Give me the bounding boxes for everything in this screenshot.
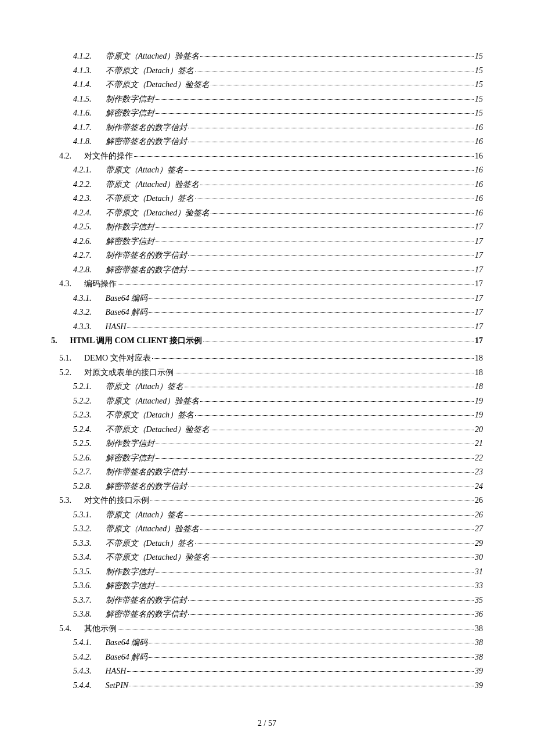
toc-page: 19 xyxy=(475,411,483,419)
toc-entry[interactable]: 5.2.5.制作数字信封21 xyxy=(51,440,483,448)
toc-page: 39 xyxy=(475,667,483,675)
toc-entry[interactable]: 5.3.3.不带原文（Detach）签名29 xyxy=(51,539,483,548)
toc-entry[interactable]: 4.1.4.不带原文（Detached）验签名15 xyxy=(51,81,483,89)
toc-title: 不带原文（Detach）签名 xyxy=(106,195,194,203)
toc-leader-dots xyxy=(156,242,474,242)
toc-title: 带原文（Attached）验签名 xyxy=(106,52,200,60)
toc-entry[interactable]: 4.1.5.制作数字信封15 xyxy=(51,95,483,103)
toc-entry[interactable]: 5.2.3.不带原文（Detach）签名19 xyxy=(51,411,483,419)
page-number: 2 / 57 xyxy=(0,719,534,728)
toc-leader-dots xyxy=(188,472,474,473)
toc-page: 30 xyxy=(475,553,483,561)
toc-number: 4.1.3. xyxy=(73,67,92,75)
toc-page: 15 xyxy=(475,95,483,103)
toc-entry[interactable]: 5.2.1.带原文（Attach）签名18 xyxy=(51,383,483,391)
toc-leader-dots xyxy=(188,270,474,271)
toc-number: 4.2.7. xyxy=(73,251,92,260)
toc-title: 对文件的接口示例 xyxy=(84,496,149,505)
toc-number: 5.3.2. xyxy=(73,525,92,533)
toc-title: 带原文（Attached）验签名 xyxy=(106,181,200,189)
toc-page: 17 xyxy=(475,323,483,331)
toc-entry[interactable]: 5.3.对文件的接口示例26 xyxy=(51,496,483,505)
toc-entry[interactable]: 5.3.1.带原文（Attach）签名26 xyxy=(51,511,483,519)
toc-entry[interactable]: 4.2.2.带原文（Attached）验签名16 xyxy=(51,181,483,189)
toc-entry[interactable]: 5.3.5.制作数字信封31 xyxy=(51,568,483,576)
toc-page: 16 xyxy=(475,181,483,189)
toc-leader-dots xyxy=(211,430,474,430)
toc-entry[interactable]: 5.4.4.SetPIN39 xyxy=(51,682,483,690)
toc-number: 5.2.2. xyxy=(73,397,92,405)
toc-entry[interactable]: 4.2.6.解密数字信封17 xyxy=(51,237,483,246)
toc-entry[interactable]: 5.3.8.解密带签名的数字信封36 xyxy=(51,610,483,618)
toc-page: 36 xyxy=(475,610,483,618)
toc-number: 5.2.4. xyxy=(73,426,92,434)
toc-page: 16 xyxy=(475,209,483,217)
toc-title: HASH xyxy=(106,667,127,675)
toc-entry[interactable]: 4.2.对文件的操作16 xyxy=(51,152,483,160)
toc-leader-dots xyxy=(188,142,474,142)
toc-entry[interactable]: 4.2.1.带原文（Attach）签名16 xyxy=(51,166,483,174)
toc-entry[interactable]: 5.3.4.不带原文（Detached）验签名30 xyxy=(51,553,483,561)
toc-leader-dots xyxy=(195,543,474,544)
toc-entry[interactable]: 5.4.3.HASH39 xyxy=(51,667,483,675)
toc-entry[interactable]: 4.1.6.解密数字信封15 xyxy=(51,109,483,117)
toc-entry[interactable]: 4.2.8.解密带签名的数字信封17 xyxy=(51,266,483,274)
toc-entry[interactable]: 4.1.7.制作带签名的数字信封16 xyxy=(51,124,483,132)
toc-leader-dots xyxy=(188,255,474,256)
toc-page: 35 xyxy=(475,596,483,604)
toc-entry[interactable]: 4.2.3.不带原文（Detach）签名16 xyxy=(51,195,483,203)
toc-page: 18 xyxy=(475,369,483,377)
toc-entry[interactable]: 4.1.3.不带原文（Detach）签名15 xyxy=(51,67,483,75)
toc-entry[interactable]: 5.HTML 调用 COM CLIENT 接口示例17 xyxy=(51,337,483,345)
toc-number: 5.3.6. xyxy=(73,582,92,590)
toc-entry[interactable]: 4.3.1.Base64 编码17 xyxy=(51,294,483,303)
toc-number: 5.3.3. xyxy=(73,539,92,548)
toc-leader-dots xyxy=(149,298,474,299)
toc-leader-dots xyxy=(127,671,474,672)
toc-leader-dots xyxy=(175,373,474,373)
toc-entry[interactable]: 4.2.5.制作数字信封17 xyxy=(51,223,483,231)
toc-leader-dots xyxy=(200,529,474,530)
toc-page: 18 xyxy=(475,383,483,391)
toc-title: DEMO 文件对应表 xyxy=(84,354,151,362)
toc-entry[interactable]: 4.2.4.不带原文（Detached）验签名16 xyxy=(51,209,483,217)
toc-entry[interactable]: 5.2.8.解密带签名的数字信封24 xyxy=(51,483,483,491)
toc-number: 4.3.3. xyxy=(73,323,92,331)
toc-page: 31 xyxy=(475,568,483,576)
toc-entry[interactable]: 4.3.编码操作17 xyxy=(51,280,483,288)
toc-entry[interactable]: 5.3.2.带原文（Attached）验签名27 xyxy=(51,525,483,533)
toc-page: 17 xyxy=(475,337,483,345)
toc-entry[interactable]: 5.1.DEMO 文件对应表18 xyxy=(51,354,483,362)
toc-entry[interactable]: 5.4.2.Base64 解码38 xyxy=(51,653,483,661)
toc-number: 4.1.8. xyxy=(73,138,92,146)
toc-entry[interactable]: 4.1.2.带原文（Attached）验签名15 xyxy=(51,52,483,60)
toc-page: 27 xyxy=(475,525,483,533)
toc-page: 16 xyxy=(475,166,483,174)
toc-title: 不带原文（Detach）签名 xyxy=(106,411,194,419)
toc-entry[interactable]: 5.2.4.不带原文（Detached）验签名20 xyxy=(51,426,483,434)
toc-entry[interactable]: 5.2.2.带原文（Attached）验签名19 xyxy=(51,397,483,405)
toc-page: 39 xyxy=(475,682,483,690)
toc-entry[interactable]: 5.2.6.解密数字信封22 xyxy=(51,454,483,462)
toc-leader-dots xyxy=(118,284,474,285)
toc-entry[interactable]: 4.3.3.HASH17 xyxy=(51,323,483,331)
toc-leader-dots xyxy=(185,170,474,171)
toc-title: HTML 调用 COM CLIENT 接口示例 xyxy=(70,337,203,345)
toc-entry[interactable]: 5.4.1.Base64 编码38 xyxy=(51,639,483,647)
toc-number: 4.3. xyxy=(59,280,71,288)
toc-title: 其他示例 xyxy=(84,625,117,633)
toc-title: Base64 编码 xyxy=(106,294,148,303)
toc-page: 16 xyxy=(475,195,483,203)
toc-entry[interactable]: 5.3.6.解密数字信封33 xyxy=(51,582,483,590)
toc-entry[interactable]: 4.3.2.Base64 解码17 xyxy=(51,308,483,316)
toc-entry[interactable]: 5.3.7.制作带签名的数字信封35 xyxy=(51,596,483,604)
toc-number: 4.3.2. xyxy=(73,308,92,316)
toc-entry[interactable]: 5.2.对原文或表单的接口示例18 xyxy=(51,369,483,377)
toc-title: 制作带签名的数字信封 xyxy=(106,251,187,260)
toc-page: 20 xyxy=(475,426,483,434)
toc-entry[interactable]: 5.2.7.制作带签名的数字信封23 xyxy=(51,468,483,476)
toc-entry[interactable]: 4.2.7.制作带签名的数字信封17 xyxy=(51,251,483,260)
toc-page: 15 xyxy=(475,109,483,117)
toc-entry[interactable]: 4.1.8.解密带签名的数字信封16 xyxy=(51,138,483,146)
toc-entry[interactable]: 5.4.其他示例38 xyxy=(51,625,483,633)
